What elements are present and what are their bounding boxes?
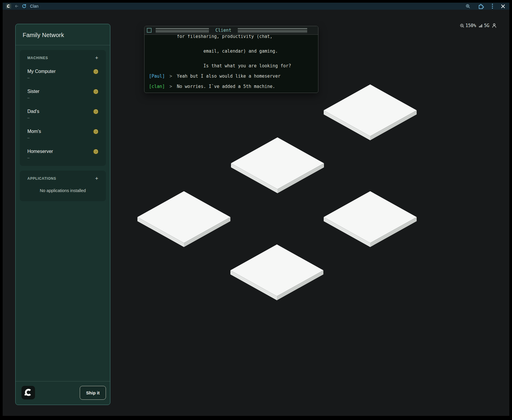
machines-panel: MACHINES + My Computer ! – Sister ! – — [20, 50, 106, 166]
machine-name: Mom's — [27, 129, 41, 134]
add-application-button[interactable]: + — [95, 176, 98, 181]
titlebar-stripes — [238, 28, 307, 33]
machine-item[interactable]: My Computer ! – — [27, 69, 98, 80]
chat-separator: > — [165, 73, 177, 80]
clan-favicon-icon — [6, 4, 11, 9]
machine-warning-icon: ! — [93, 89, 98, 94]
chat-separator: > — [165, 83, 177, 93]
machine-item[interactable]: Homeserver ! – — [27, 149, 98, 160]
page-title: Clan — [30, 4, 39, 9]
applications-panel: APPLICATIONS + No applications installed — [20, 171, 106, 201]
browser-toolbar: Clan — [3, 3, 509, 10]
chat-text: Yeah but I also would like a homeserver — [177, 73, 315, 80]
machine-tile[interactable] — [230, 244, 323, 301]
machine-name: Dad's — [27, 109, 39, 114]
sidebar-footer: Ship it — [16, 381, 110, 405]
machine-status: – — [27, 136, 98, 140]
close-window-icon[interactable] — [501, 4, 505, 9]
machine-status: – — [27, 96, 98, 100]
ship-it-button[interactable]: Ship it — [80, 386, 106, 400]
applications-header: APPLICATIONS — [27, 176, 56, 181]
chat-text: for filesharing, productivity (chat, ema… — [177, 35, 315, 70]
machine-name: Sister — [27, 89, 39, 94]
chat-speaker — [149, 35, 165, 70]
machine-status: – — [27, 76, 98, 80]
zoom-level-value: 150% — [466, 23, 476, 28]
add-machine-button[interactable]: + — [95, 56, 98, 60]
machine-warning-icon: ! — [93, 149, 98, 154]
clan-logo-icon — [21, 386, 35, 399]
titlebar-stripes — [156, 28, 209, 33]
machine-tile[interactable] — [137, 191, 230, 248]
machine-item[interactable]: Mom's ! – — [27, 129, 98, 140]
client-close-box-icon[interactable] — [147, 28, 152, 33]
client-titlebar[interactable]: Client — [144, 26, 318, 35]
machine-tile[interactable] — [231, 137, 324, 194]
chat-separator — [165, 35, 177, 70]
machine-name: My Computer — [27, 69, 56, 74]
status-overlay: 150% 5G — [460, 23, 496, 28]
chat-log[interactable]: for filesharing, productivity (chat, ema… — [144, 35, 318, 93]
refresh-icon[interactable] — [22, 4, 26, 9]
machine-warning-icon: ! — [93, 129, 98, 134]
chat-message: [clan] > No worries. I`ve added a 5th ma… — [149, 83, 315, 93]
menu-kebab-icon[interactable] — [492, 4, 493, 9]
chat-speaker-clan: [clan] — [149, 83, 165, 93]
machine-tile[interactable] — [324, 191, 417, 248]
machine-warning-icon: ! — [93, 109, 98, 114]
extensions-icon[interactable] — [478, 4, 484, 9]
chat-text: No worries. I`ve added a 5th machine. Sh… — [177, 83, 315, 93]
signal-strength-icon — [479, 24, 483, 28]
chat-message: [Paul] > Yeah but I also would like a ho… — [149, 73, 315, 80]
machine-tile[interactable] — [324, 84, 417, 141]
zoom-button-icon[interactable] — [466, 4, 471, 9]
machine-name: Homeserver — [27, 149, 53, 154]
app-window: Clan — [3, 3, 509, 416]
machines-header: MACHINES — [27, 56, 48, 60]
machine-warning-icon: ! — [93, 69, 98, 74]
client-window: Client for filesharing, productivity (ch… — [144, 26, 318, 93]
machine-item[interactable]: Sister ! – — [27, 89, 98, 100]
divider — [16, 45, 110, 45]
client-window-title: Client — [215, 28, 231, 33]
applications-empty-text: No applications installed — [27, 188, 98, 193]
chat-speaker-paul: [Paul] — [149, 73, 165, 80]
machine-status: – — [27, 116, 98, 120]
user-icon — [492, 23, 496, 28]
machine-status: – — [27, 156, 98, 160]
sidebar: Family Network MACHINES + My Computer ! … — [15, 24, 110, 405]
zoom-level-icon — [460, 24, 464, 28]
network-type-value: 5G — [484, 23, 489, 28]
chat-message: for filesharing, productivity (chat, ema… — [149, 35, 315, 70]
sidebar-title: Family Network — [16, 24, 110, 45]
machine-item[interactable]: Dad's ! – — [27, 109, 98, 120]
back-icon[interactable] — [14, 4, 19, 9]
